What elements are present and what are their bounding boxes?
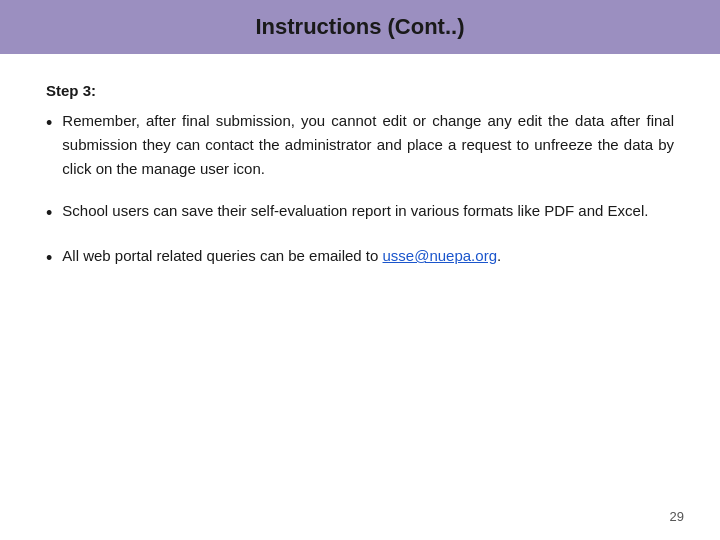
email-link[interactable]: usse@nuepa.org xyxy=(383,247,497,264)
step-label: Step 3: xyxy=(46,82,674,99)
content-area: Step 3: • Remember, after final submissi… xyxy=(36,82,684,271)
bullet-list: • Remember, after final submission, you … xyxy=(46,109,674,271)
bullet-text-1: Remember, after final submission, you ca… xyxy=(62,109,674,181)
bullet-3-before: All web portal related queries can be em… xyxy=(62,247,382,264)
list-item: • School users can save their self-evalu… xyxy=(46,199,674,226)
bullet-3-after: . xyxy=(497,247,501,264)
bullet-text-3: All web portal related queries can be em… xyxy=(62,244,674,268)
bullet-dot-3: • xyxy=(46,246,52,271)
list-item: • Remember, after final submission, you … xyxy=(46,109,674,181)
page-title: Instructions (Cont..) xyxy=(256,14,465,39)
bullet-dot-2: • xyxy=(46,201,52,226)
bullet-text-2: School users can save their self-evaluat… xyxy=(62,199,674,223)
page-number: 29 xyxy=(670,509,684,524)
page-container: Instructions (Cont..) Step 3: • Remember… xyxy=(0,0,720,540)
list-item: • All web portal related queries can be … xyxy=(46,244,674,271)
title-bar: Instructions (Cont..) xyxy=(0,0,720,54)
bullet-dot-1: • xyxy=(46,111,52,136)
